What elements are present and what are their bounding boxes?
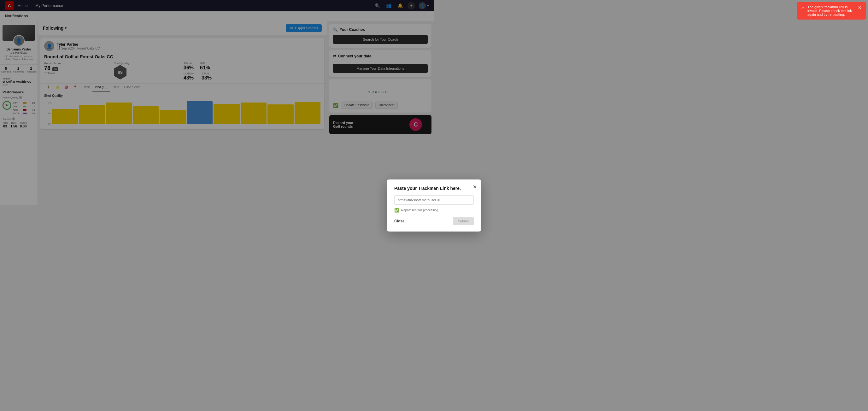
trackman-link-modal: Paste your Trackman Link here. ✕ ✅ Repor…: [387, 180, 434, 205]
modal-title: Paste your Trackman Link here.: [394, 186, 434, 191]
modal-overlay: Paste your Trackman Link here. ✕ ✅ Repor…: [0, 0, 434, 205]
trackman-link-input[interactable]: [394, 195, 434, 205]
